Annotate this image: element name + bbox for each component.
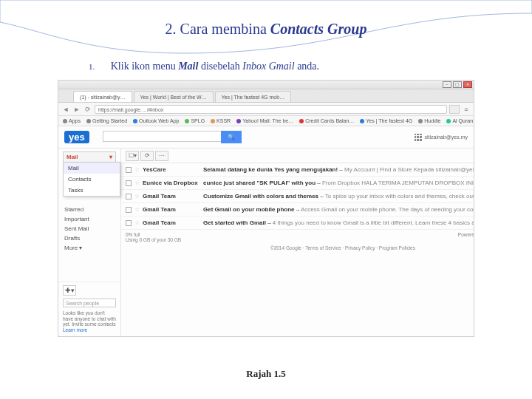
mail-sender: Gmail Team [143, 219, 200, 226]
forward-button[interactable]: ► [72, 105, 81, 114]
bookmark[interactable]: KSSR [211, 118, 231, 123]
bookmark[interactable]: SPLG [185, 118, 205, 123]
browser-tab[interactable]: Yes | World | Best of the W… [134, 91, 214, 102]
mail-row[interactable]: ☆ YesCare Selamat datang ke dunia Yes ya… [121, 163, 474, 177]
powered-by: Powered by Google [458, 232, 474, 242]
sidebar-nav-important[interactable]: Important [58, 214, 120, 224]
bookmark[interactable]: Credit Cards Balan… [299, 118, 354, 123]
row-checkbox[interactable] [126, 167, 132, 173]
select-all-checkbox[interactable]: ☐▾ [126, 151, 139, 161]
sidebar-nav-sent[interactable]: Sent Mail [58, 224, 120, 233]
instruction-step-1: 1. Klik ikon menu Mail disebelah Inbox G… [89, 61, 319, 72]
star-icon[interactable]: ☆ [134, 193, 140, 200]
mail-row[interactable]: ☆ Gmail Team Get Gmail on your mobile ph… [121, 203, 474, 216]
provider-logo: yes [64, 131, 89, 143]
bookmark[interactable]: Yahoo! Mail: The be… [236, 118, 293, 123]
bookmark[interactable]: Yes | The fastest 4G [360, 118, 412, 123]
sidebar-nav-more[interactable]: More ▾ [58, 243, 120, 253]
bookmark[interactable]: Getting Started [86, 118, 127, 123]
search-button[interactable]: 🔍 [221, 131, 242, 143]
mail-switcher-dropdown: Mail Contacts Tasks [63, 162, 120, 197]
row-checkbox[interactable] [126, 194, 132, 200]
sidebar-nav-starred[interactable]: Starred [58, 205, 120, 214]
back-button[interactable]: ◄ [61, 105, 70, 114]
mail-switcher-button[interactable]: Mail ▾ [63, 151, 116, 163]
chat-empty-hint: Looks like you don't have anyone to chat… [63, 310, 116, 333]
mail-subject: eunice just shared "SK PULAI" with you –… [203, 180, 474, 186]
slide-title: 2. Cara membina Contacts Group [0, 21, 532, 38]
dropdown-item-contacts[interactable]: Contacts [64, 174, 120, 185]
search-icon: 🔍 [228, 134, 235, 140]
browser-navbar: ◄ ► ⟳ https://mail.google.…/#inbox ≡ [58, 103, 474, 116]
gmail-header: yes 🔍 sitizainab@yes.my [58, 126, 474, 149]
bookmark[interactable]: Outlook Web App [133, 118, 179, 123]
dropdown-item-mail[interactable]: Mail [64, 163, 120, 174]
refresh-button[interactable]: ⟳ [140, 151, 154, 161]
figure-caption: Rajah 1.5 [0, 368, 532, 380]
row-checkbox[interactable] [126, 207, 132, 213]
url-bar[interactable]: https://mail.google.…/#inbox [95, 105, 447, 114]
dropdown-item-tasks[interactable]: Tasks [64, 185, 120, 196]
menu-button[interactable]: ≡ [462, 105, 471, 114]
mail-subject: Get Gmail on your mobile phone – Access … [203, 206, 474, 213]
storage-usage: 0% full Using 0 GB of your 30 GB Powered… [121, 230, 474, 245]
search-people-input[interactable]: Search people [63, 299, 116, 307]
mail-toolbar: ☐▾ ⟳ ⋯ 1–5 of 5 ‹ › ⚙▾ [121, 149, 474, 163]
sidebar-nav-drafts[interactable]: Drafts [58, 233, 120, 243]
mail-list-pane: ☐▾ ⟳ ⋯ 1–5 of 5 ‹ › ⚙▾ ☆ YesCare Selamat… [121, 149, 474, 336]
reload-button[interactable]: ⟳ [83, 105, 92, 114]
mail-sender: YesCare [143, 166, 200, 173]
mail-subject: Selamat datang ke dunia Yes yang menguja… [203, 166, 474, 173]
window-titlebar: – ▢ × [58, 81, 474, 89]
bookmark[interactable]: Al Quran Online [446, 118, 474, 123]
account-area[interactable]: sitizainab@yes.my [415, 134, 468, 141]
new-hangout-button[interactable]: ✚▾ [63, 285, 76, 296]
browser-tab[interactable]: Yes | The fastest 4G mob… [215, 91, 291, 102]
search-input[interactable] [103, 131, 221, 142]
browser-tab[interactable]: (1) - sitizainab@y… [73, 91, 132, 102]
maximize-button[interactable]: ▢ [453, 81, 462, 88]
mail-sender: Eunice via Dropbox [143, 180, 200, 186]
bookmark[interactable]: Huddle [418, 118, 440, 123]
chat-learn-more-link[interactable]: Learn more [63, 327, 87, 332]
minimize-button[interactable]: – [443, 81, 451, 88]
star-icon[interactable]: ☆ [134, 166, 140, 173]
more-actions-button[interactable]: ⋯ [155, 151, 168, 161]
mail-row[interactable]: ☆ Eunice via Dropbox eunice just shared … [121, 177, 474, 190]
bookmark[interactable]: Apps [63, 118, 81, 123]
row-checkbox[interactable] [126, 180, 132, 186]
apps-icon[interactable] [415, 134, 422, 141]
mail-sender: Gmail Team [143, 193, 200, 200]
gmail-screenshot: – ▢ × (1) - sitizainab@y… Yes | World | … [58, 80, 474, 337]
mail-row[interactable]: ☆ Gmail Team Customize Gmail with colors… [121, 190, 474, 203]
star-icon[interactable]: ☆ [134, 219, 140, 226]
close-button[interactable]: × [463, 81, 472, 88]
gmail-footer: ©2014 Google · Terms of Service · Privac… [121, 245, 474, 253]
bookmarks-bar: Apps Getting Started Outlook Web App SPL… [58, 116, 474, 126]
mail-row[interactable]: ☆ Gmail Team Get started with Gmail – 4 … [121, 216, 474, 230]
mail-sender: Gmail Team [143, 206, 200, 213]
extension-chip[interactable] [449, 105, 460, 114]
row-checkbox[interactable] [126, 220, 132, 226]
star-icon[interactable]: ☆ [134, 206, 140, 213]
chevron-down-icon: ▾ [109, 154, 112, 160]
mail-subject: Customize Gmail with colors and themes –… [203, 193, 474, 200]
mail-subject: Get started with Gmail – 4 things you ne… [203, 219, 474, 226]
star-icon[interactable]: ☆ [134, 180, 140, 186]
gmail-sidebar: Mail ▾ Mail Contacts Tasks Starred Impor… [58, 149, 121, 336]
browser-tabbar: (1) - sitizainab@y… Yes | World | Best o… [58, 89, 474, 103]
